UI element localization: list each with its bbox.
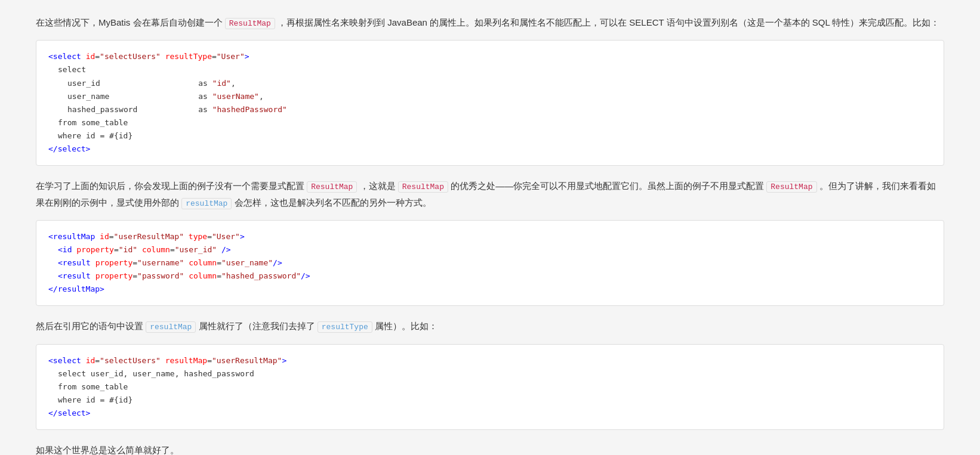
inline-code-resultmap-4: ResultMap bbox=[766, 181, 816, 193]
code-line: user_id as "id", bbox=[67, 77, 932, 90]
code-line: <result property="username" column="user… bbox=[58, 256, 932, 270]
code-block-1-content: <select id="selectUsers" resultType="Use… bbox=[48, 50, 932, 156]
code-block-2-content: <resultMap id="userResultMap" type="User… bbox=[48, 230, 932, 296]
code-block-1: <select id="selectUsers" resultType="Use… bbox=[36, 40, 944, 166]
code-line: <select id="selectUsers" resultMap="user… bbox=[48, 354, 932, 367]
p2-text-mid1: ，这就是 bbox=[360, 181, 396, 191]
paragraph-1: 在这些情况下，MyBatis 会在幕后自动创建一个 ResultMap ，再根据… bbox=[36, 14, 944, 30]
attr: resultType bbox=[165, 52, 212, 61]
code-block-3: <select id="selectUsers" resultMap="user… bbox=[36, 344, 944, 430]
string: "selectUsers" bbox=[100, 52, 161, 61]
p1-text-mid1: ，再根据属性名来映射列到 JavaBean 的属性上。如果列名和属性名不能匹配上… bbox=[278, 17, 939, 27]
code-line: hashed_password as "hashedPassword" bbox=[67, 103, 932, 116]
p1-text-before: 在这些情况下，MyBatis 会在幕后自动创建一个 bbox=[36, 17, 223, 27]
code-line: from some_table bbox=[58, 116, 932, 129]
code-line: user_name as "userName", bbox=[67, 90, 932, 103]
p4-text: 如果这个世界总是这么简单就好了。 bbox=[36, 445, 179, 455]
code-line: from some_table bbox=[58, 380, 932, 394]
code-line: where id = #{id} bbox=[58, 394, 932, 407]
code-line: <resultMap id="userResultMap" type="User… bbox=[48, 230, 932, 243]
p2-text-before: 在学习了上面的知识后，你会发现上面的例子没有一个需要显式配置 bbox=[36, 181, 304, 191]
code-line: </resultMap> bbox=[48, 283, 932, 296]
p3-text-before: 然后在引用它的语句中设置 bbox=[36, 321, 143, 331]
inline-code-resulttype: resultType bbox=[318, 321, 372, 333]
attr: id bbox=[86, 52, 95, 61]
paragraph-3: 然后在引用它的语句中设置 resultMap 属性就行了（注意我们去掉了 res… bbox=[36, 318, 944, 334]
inline-code-resultmap-mono: resultMap bbox=[181, 198, 232, 209]
p3-text-mid2: 属性）。比如： bbox=[375, 321, 437, 331]
inline-code-resultmap-2: ResultMap bbox=[307, 181, 357, 193]
code-block-3-content: <select id="selectUsers" resultMap="user… bbox=[48, 354, 932, 420]
code-line: where id = #{id} bbox=[58, 129, 932, 143]
tag: > bbox=[245, 52, 249, 61]
p2-text-mid2: 的优秀之处——你完全可以不用显式地配置它们。虽然上面的例子不用显式配置 bbox=[451, 181, 764, 191]
code-block-2: <resultMap id="userResultMap" type="User… bbox=[36, 220, 944, 306]
code-line: </select> bbox=[48, 407, 932, 420]
inline-code-resultmap-ref: resultMap bbox=[146, 321, 196, 333]
p3-text-mid1: 属性就行了（注意我们去掉了 bbox=[199, 321, 315, 331]
string: "User" bbox=[217, 52, 245, 61]
paragraph-2: 在学习了上面的知识后，你会发现上面的例子没有一个需要显式配置 ResultMap… bbox=[36, 178, 944, 211]
code-line: select user_id, user_name, hashed_passwo… bbox=[58, 367, 932, 380]
code-line: <id property="id" column="user_id" /> bbox=[58, 243, 932, 256]
inline-code-resultmap-1: ResultMap bbox=[225, 18, 275, 29]
code-line: select bbox=[58, 63, 932, 76]
code-line: <select id="selectUsers" resultType="Use… bbox=[48, 50, 932, 63]
paragraph-4: 如果这个世界总是这么简单就好了。 bbox=[36, 442, 944, 455]
code-line: </select> bbox=[48, 143, 932, 156]
code-line: <result property="password" column="hash… bbox=[58, 270, 932, 283]
inline-code-resultmap-3: ResultMap bbox=[398, 181, 448, 193]
tag: <select bbox=[48, 52, 81, 61]
p2-text-mid4: 会怎样，这也是解决列名不匹配的另外一种方式。 bbox=[235, 197, 432, 208]
main-content: 在这些情况下，MyBatis 会在幕后自动创建一个 ResultMap ，再根据… bbox=[36, 14, 944, 455]
